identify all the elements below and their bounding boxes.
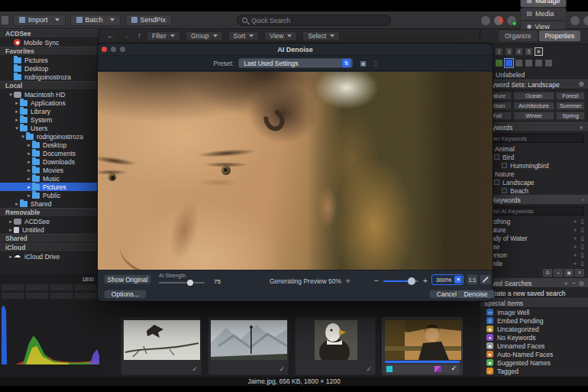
chevron-icon[interactable]: ▸	[8, 219, 14, 225]
rating-3-button[interactable]: 3	[505, 47, 513, 56]
calendar-cell[interactable]: ..	[25, 283, 49, 291]
tree-item-macintosh-hd[interactable]: ▾Macintosh HD	[0, 90, 99, 99]
special-item-auto-named-faces[interactable]: ☻Auto-Named Faces	[480, 350, 588, 358]
tree-item-shared[interactable]: ▸Shared	[0, 199, 99, 208]
tree-item-untitled[interactable]: ▸Untitled	[0, 225, 99, 234]
delete-preset-icon[interactable]: ▯	[373, 60, 377, 67]
tree-item-desktop[interactable]: ▸Desktop	[0, 141, 99, 149]
keyword-bird[interactable]: Bird	[480, 153, 588, 161]
thumbnail-bald-eagle[interactable]: ✓	[295, 317, 376, 375]
checkbox[interactable]	[494, 180, 499, 185]
forward-icon[interactable]: →	[122, 32, 130, 40]
batch-button[interactable]: Batch	[70, 15, 121, 26]
special-items-header[interactable]: Special Items	[480, 298, 588, 308]
special-item-unnamed-faces[interactable]: ☻Unnamed Faces	[480, 342, 588, 350]
unlabeled-row[interactable]: Unlabeled	[480, 70, 588, 79]
help-icon[interactable]	[583, 16, 588, 25]
info-icon[interactable]: ◦	[582, 196, 584, 203]
save-preset-icon[interactable]: ▣	[360, 60, 367, 67]
thumbnail-snowy-mountain[interactable]: ✓	[208, 317, 289, 375]
chevron-icon[interactable]: ▾	[20, 134, 26, 140]
calendar-cell[interactable]: ..	[1, 283, 24, 291]
add-icon[interactable]: ＋	[572, 243, 578, 251]
keyword-chip-ocean[interactable]: Ocean	[513, 92, 554, 100]
check-icon[interactable]: ✓	[451, 364, 457, 372]
keyword-landscape[interactable]: Landscape	[480, 178, 588, 186]
calendar-cell[interactable]: ..	[25, 292, 49, 300]
ai-keyword-clothing[interactable]: Clothing＋▯	[480, 217, 588, 225]
tree-item-documents[interactable]: ▸Documents	[0, 149, 99, 157]
tree-item-downloads[interactable]: ▸Downloads	[0, 157, 99, 166]
chevron-icon[interactable]: ▸	[26, 184, 32, 190]
tree-section-acdsee[interactable]: ACDSee	[0, 29, 99, 38]
rating-5-button[interactable]: 5	[525, 47, 533, 56]
account-icon[interactable]	[507, 16, 516, 25]
clear-rating-button[interactable]: ✕	[535, 47, 543, 56]
tree-item-music[interactable]: ▸Music	[0, 174, 99, 183]
ai-keyword-tree[interactable]: Tree＋▯	[480, 242, 588, 251]
keyword-chip-spring[interactable]: Spring	[556, 112, 585, 120]
check-icon[interactable]: ✓	[279, 365, 285, 373]
rating-2-button[interactable]: 2	[495, 47, 503, 56]
add-icon[interactable]: ＋	[572, 218, 578, 225]
chevron-icon[interactable]: ▸	[14, 117, 20, 123]
preview-zoom-slider[interactable]	[383, 280, 418, 282]
preset-select[interactable]: Last Used Settings ⇅	[238, 58, 353, 68]
zoom-in-button[interactable]: +	[423, 277, 428, 285]
keyword-chip-summer[interactable]: Summer	[556, 102, 585, 110]
trash-icon[interactable]: ▯	[581, 226, 584, 233]
tree-item-library[interactable]: ▸Library	[0, 107, 99, 115]
add-icon[interactable]: ＋	[572, 235, 578, 242]
search-input[interactable]	[251, 17, 386, 24]
color-label-button[interactable]	[495, 59, 503, 67]
chevron-icon[interactable]: ▸	[8, 227, 14, 233]
chevron-icon[interactable]: ▸	[26, 142, 32, 148]
trash-icon[interactable]: ▯	[581, 218, 584, 225]
tree-item-mobile-sync[interactable]: Mobile Sync	[0, 38, 99, 47]
sync-status-icon[interactable]	[481, 16, 490, 25]
tree-item-rodrigoinostroza[interactable]: ▾rodrigoinostroza	[0, 132, 99, 141]
chevron-icon[interactable]: ▸	[14, 201, 20, 207]
remove-search-icon[interactable]: −	[572, 280, 576, 287]
color-label-button[interactable]	[535, 59, 543, 67]
trash-icon[interactable]: ▯	[581, 243, 584, 250]
people-icon[interactable]	[570, 16, 580, 25]
filter-ai-keywords-input[interactable]	[483, 206, 584, 215]
keyword-beach[interactable]: Beach	[480, 186, 588, 195]
zoom-out-button[interactable]: −	[374, 277, 379, 285]
chevron-icon[interactable]: ▸	[26, 176, 32, 182]
add-icon[interactable]: ＋	[572, 251, 578, 259]
tree-item-icloud-drive[interactable]: ▸iCloud Drive	[0, 252, 99, 261]
tree-section-favorites[interactable]: Favorites	[0, 47, 99, 56]
tree-item-pictures[interactable]: ▸Pictures	[0, 183, 99, 191]
options-button[interactable]: Options...	[104, 290, 147, 299]
trash-icon[interactable]: ▯	[581, 260, 584, 267]
zoom-level-select[interactable]: 300% ▾	[431, 274, 464, 285]
tree-item-applications[interactable]: ▸Applications	[0, 99, 99, 107]
chevron-icon[interactable]: ▸	[14, 100, 20, 106]
ai-keyword-nature[interactable]: Nature＋▯	[480, 225, 588, 234]
tree-item-system[interactable]: ▸System	[0, 115, 99, 124]
thumbnail-eagle-flying[interactable]: ✓	[121, 317, 202, 375]
chevron-icon[interactable]: ▸	[26, 151, 32, 157]
check-icon[interactable]: ✓	[192, 365, 198, 373]
denoise-preview-image[interactable]	[98, 72, 493, 270]
chevron-icon[interactable]: ▸	[14, 109, 20, 115]
calendar-cell[interactable]: ..	[50, 283, 73, 291]
dialog-titlebar[interactable]: AI Denoise	[98, 44, 493, 56]
back-icon[interactable]: ←	[107, 32, 115, 40]
add-icon[interactable]: ＋	[572, 260, 578, 267]
chevron-icon[interactable]: ▸	[26, 167, 32, 173]
add-search-icon[interactable]: ＋	[563, 279, 569, 287]
tree-section-local[interactable]: Local	[0, 81, 99, 90]
slider-handle[interactable]	[408, 277, 415, 285]
special-item-tagged[interactable]: ✓Tagged	[480, 367, 588, 375]
ai-keyword-body-of-water[interactable]: Body of Water＋▯	[480, 234, 588, 242]
saved-search-hint[interactable]: Create a new saved search	[480, 288, 588, 298]
color-label-button[interactable]	[505, 59, 513, 67]
browser-group-button[interactable]: Group	[186, 31, 223, 41]
ai-keyword-person[interactable]: Person＋▯	[480, 251, 588, 259]
calendar-cell[interactable]: ..	[50, 292, 73, 300]
browser-sort-button[interactable]: Sort	[228, 31, 260, 41]
trash-icon[interactable]: ▯	[581, 235, 584, 241]
